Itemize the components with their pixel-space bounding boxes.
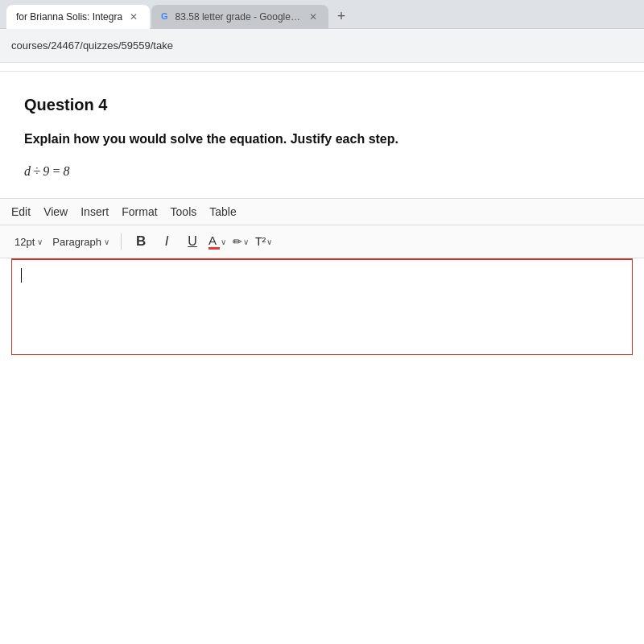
menu-format[interactable]: Format: [122, 205, 157, 218]
menu-view[interactable]: View: [43, 205, 68, 218]
tab-quiz[interactable]: for Brianna Solis: Integra ✕: [6, 5, 150, 29]
font-size-value: 12pt: [14, 236, 35, 248]
menu-insert[interactable]: Insert: [80, 205, 109, 218]
tab-google-title: 83.58 letter grade - Google Searc: [175, 11, 303, 23]
highlight-button[interactable]: ✏ ∨: [231, 233, 250, 250]
google-favicon-icon: G: [161, 11, 171, 23]
question-number: Question 4: [24, 96, 620, 114]
url-display[interactable]: courses/24467/quizzes/59559/take: [11, 39, 173, 52]
new-tab-button[interactable]: +: [330, 6, 353, 28]
bold-icon: B: [136, 233, 146, 250]
underline-button[interactable]: U: [181, 230, 204, 253]
font-size-dropdown[interactable]: 12pt ∨: [11, 234, 46, 250]
menu-tools[interactable]: Tools: [171, 205, 197, 218]
editor-cursor: [21, 268, 22, 283]
browser-tabs: for Brianna Solis: Integra ✕ G 83.58 let…: [0, 0, 644, 29]
superscript-button[interactable]: T² ∨: [254, 233, 274, 250]
menu-edit[interactable]: Edit: [11, 205, 31, 218]
superscript-icon: T²: [255, 235, 266, 248]
font-size-chevron-icon: ∨: [37, 237, 43, 246]
tab-google[interactable]: G 83.58 letter grade - Google Searc ✕: [151, 5, 328, 29]
tab-quiz-close[interactable]: ✕: [127, 10, 140, 23]
page-content: Question 4 Explain how you would solve t…: [0, 71, 644, 355]
bold-button[interactable]: B: [130, 230, 152, 253]
editor-toolbar: 12pt ∨ Paragraph ∨ B I U A ∨ ✏ ∨: [0, 225, 644, 258]
paragraph-label: Paragraph: [52, 236, 101, 248]
paragraph-chevron-icon: ∨: [104, 237, 109, 246]
font-color-button[interactable]: A ∨: [207, 232, 228, 251]
italic-button[interactable]: I: [155, 230, 178, 253]
underline-icon: U: [188, 234, 197, 249]
font-color-bar: [208, 247, 220, 250]
font-color-icon: A: [208, 233, 220, 250]
toolbar-separator-1: [121, 233, 122, 250]
superscript-chevron-icon: ∨: [266, 237, 272, 246]
editor-menu: Edit View Insert Format Tools Table: [0, 198, 644, 225]
editor-area[interactable]: [11, 258, 633, 355]
tab-quiz-title: for Brianna Solis: Integra: [16, 11, 122, 23]
menu-table[interactable]: Table: [209, 205, 236, 218]
font-color-chevron-icon: ∨: [221, 237, 226, 246]
address-bar: courses/24467/quizzes/59559/take: [0, 29, 644, 63]
paragraph-dropdown[interactable]: Paragraph ∨: [49, 234, 113, 250]
tab-google-close[interactable]: ✕: [308, 10, 319, 23]
equation: d ÷ 9 = 8: [24, 164, 620, 179]
italic-icon: I: [165, 233, 169, 250]
highlight-chevron-icon: ∨: [243, 237, 249, 246]
question-text: Explain how you would solve the equation…: [24, 130, 620, 148]
highlight-icon: ✏: [233, 235, 242, 248]
question-section: Question 4 Explain how you would solve t…: [0, 71, 644, 179]
